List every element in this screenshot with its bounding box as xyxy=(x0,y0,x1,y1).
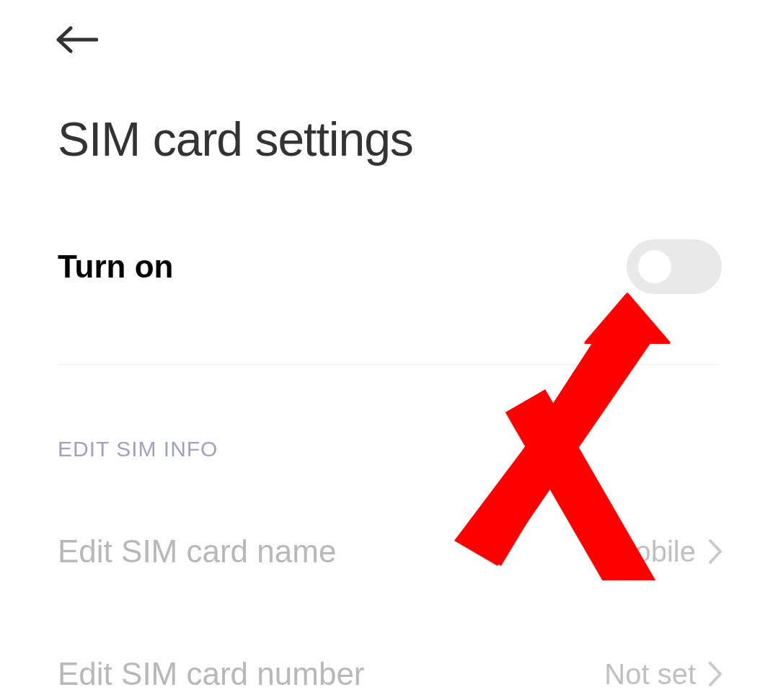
svg-marker-5 xyxy=(587,296,668,344)
turn-on-toggle[interactable] xyxy=(627,239,722,294)
svg-marker-3 xyxy=(584,293,671,344)
setting-row-edit-sim-name[interactable]: Edit SIM card name 9Mobile xyxy=(58,530,722,573)
turn-on-row: Turn on xyxy=(58,238,722,296)
svg-marker-0 xyxy=(627,292,671,350)
setting-label: Edit SIM card number xyxy=(58,656,365,692)
chevron-right-icon xyxy=(709,662,722,686)
setting-row-edit-sim-number[interactable]: Edit SIM card number Not set xyxy=(58,652,722,696)
section-header-edit-sim-info: EDIT SIM INFO xyxy=(58,437,218,461)
setting-value: Not set xyxy=(604,658,696,691)
setting-value-wrap: 9Mobile xyxy=(595,536,722,568)
divider xyxy=(58,364,720,365)
turn-on-label: Turn on xyxy=(58,249,173,285)
svg-marker-1 xyxy=(584,292,627,342)
chevron-right-icon xyxy=(709,539,722,564)
back-arrow-icon xyxy=(56,26,98,53)
page-title: SIM card settings xyxy=(58,112,413,167)
back-button[interactable] xyxy=(56,25,100,54)
setting-label: Edit SIM card name xyxy=(58,533,336,570)
toggle-knob xyxy=(638,250,671,283)
setting-value-wrap: Not set xyxy=(604,658,722,691)
setting-value: 9Mobile xyxy=(595,536,696,568)
